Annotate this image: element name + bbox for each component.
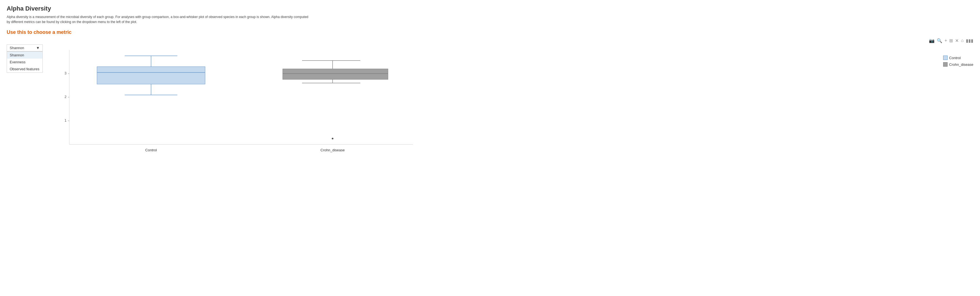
svg-point-21 — [332, 138, 333, 139]
pan-icon[interactable]: ⊞ — [949, 38, 953, 43]
reset-icon[interactable]: ✕ — [955, 38, 959, 43]
description: Alpha diversity is a measurement of the … — [6, 14, 312, 24]
svg-text:1: 1 — [65, 118, 67, 122]
dropdown-arrow-icon: ▼ — [36, 46, 40, 50]
chart-area: Shannon ▼ Shannon Evenness Observed feat… — [6, 45, 974, 156]
dropdown-item-observed[interactable]: Observed features — [7, 66, 42, 72]
legend-control-swatch — [943, 56, 948, 60]
metric-dropdown[interactable]: Shannon ▼ Shannon Evenness Observed feat… — [6, 45, 43, 51]
chart-toolbar: 📷 🔍 + ⊞ ✕ ⌂ ▮▮▮ — [6, 38, 974, 43]
svg-text:Control: Control — [145, 148, 157, 152]
dropdown-item-evenness[interactable]: Evenness — [7, 59, 42, 66]
zoom-icon[interactable]: 🔍 — [937, 38, 942, 43]
svg-rect-17 — [283, 69, 388, 79]
legend-crohn-label: Crohn_disease — [949, 62, 974, 67]
svg-text:2: 2 — [65, 95, 67, 99]
svg-text:3: 3 — [65, 71, 67, 75]
legend-control: Control — [943, 56, 974, 60]
home-icon[interactable]: ⌂ — [961, 38, 964, 43]
legend-crohn-swatch — [943, 62, 948, 67]
camera-icon[interactable]: 📷 — [929, 38, 935, 43]
page: Alpha Diversity Alpha diversity is a mea… — [0, 0, 980, 161]
boxplot-svg: 1 2 3 — [47, 45, 421, 155]
bar-chart-icon[interactable]: ▮▮▮ — [966, 38, 974, 43]
metric-prompt: Use this to choose a metric — [6, 29, 974, 35]
svg-text:Crohn_disease: Crohn_disease — [320, 148, 345, 152]
svg-rect-10 — [97, 67, 205, 84]
page-title: Alpha Diversity — [6, 5, 974, 12]
dropdown-button[interactable]: Shannon ▼ — [6, 45, 43, 51]
chart-legend: Control Crohn_disease — [943, 56, 974, 67]
dropdown-menu: Shannon Evenness Observed features — [6, 51, 43, 73]
legend-control-label: Control — [949, 56, 961, 60]
plus-icon[interactable]: + — [945, 38, 947, 43]
dropdown-selected: Shannon — [10, 46, 24, 50]
dropdown-item-shannon[interactable]: Shannon — [7, 52, 42, 59]
legend-crohn: Crohn_disease — [943, 62, 974, 67]
plot-wrapper: 1 2 3 — [47, 45, 938, 156]
